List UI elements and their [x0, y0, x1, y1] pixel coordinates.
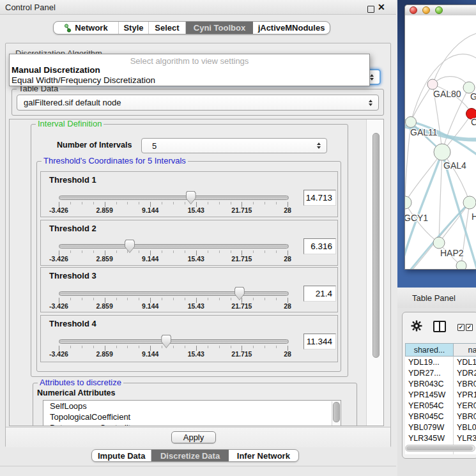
- tab-impute-data[interactable]: Impute Data: [92, 450, 151, 461]
- table-hscrollbar-thumb[interactable]: [406, 446, 473, 450]
- slider-thumb-face: [187, 192, 196, 204]
- column-header-shared[interactable]: shared...: [405, 343, 454, 357]
- tab-style[interactable]: Style: [119, 22, 149, 34]
- tab-network[interactable]: Network: [54, 22, 119, 34]
- slider-tick: [162, 346, 162, 348]
- threshold-value-box[interactable]: 21.4: [303, 286, 336, 302]
- num-intervals-combobox[interactable]: 5: [141, 138, 327, 153]
- column-header-na[interactable]: na: [454, 343, 476, 357]
- list-scrollbar-thumb[interactable]: [333, 402, 340, 422]
- num-intervals-value: 5: [142, 141, 157, 151]
- slider-track[interactable]: [59, 244, 289, 249]
- slider-tick: [93, 250, 94, 253]
- table-row[interactable]: YBL079WYBL0: [405, 422, 476, 433]
- mac-zoom-icon[interactable]: [435, 6, 443, 14]
- threshold-title: Threshold 3: [49, 271, 96, 280]
- dropdown-option-equal-width[interactable]: Equal Width/Frequency Discretization: [12, 75, 155, 85]
- mac-minimize-icon[interactable]: [422, 6, 430, 14]
- checkbox-column-icon[interactable]: ✓: [457, 324, 464, 331]
- table-data-combobox[interactable]: galFiltered.sif default node: [17, 95, 379, 111]
- settings-scrollbar[interactable]: [366, 119, 384, 426]
- list-item[interactable]: SelfLoops: [43, 401, 341, 411]
- table-row[interactable]: YPR145WYPR1: [405, 389, 476, 400]
- dropdown-option-manual[interactable]: Manual Discretization: [12, 65, 100, 75]
- slider-thumb[interactable]: [161, 335, 171, 348]
- threshold-value-box[interactable]: 6.316: [303, 238, 336, 254]
- table-row[interactable]: YER054CYER0: [405, 400, 476, 411]
- tab-label: Style: [123, 23, 143, 33]
- tick-label: 21.715: [231, 302, 252, 310]
- tab-cyni-toolbox[interactable]: Cyni Toolbox: [186, 22, 253, 34]
- slider-tick: [253, 250, 254, 253]
- checkbox-column-icon[interactable]: ✓: [466, 324, 473, 331]
- network-edge[interactable]: [405, 152, 442, 266]
- table-cell: YPR145W: [405, 389, 454, 400]
- slider-tick: [93, 346, 94, 348]
- tab-jactivemnodules[interactable]: jActiveMNodules: [253, 22, 330, 34]
- slider-thumb[interactable]: [186, 191, 196, 204]
- table-panel-header: Table Panel: [397, 288, 476, 309]
- split-view-icon[interactable]: [433, 321, 446, 332]
- slider-tick: [185, 346, 185, 348]
- numerical-attributes-list[interactable]: SelfLoopsTopologicalCoefficientBetweenne…: [43, 400, 341, 426]
- interval-definition-label: Interval Definition: [36, 119, 104, 128]
- list-item[interactable]: BetweennessCentrality: [43, 422, 341, 426]
- network-edge[interactable]: [411, 84, 433, 122]
- table-cell: YBR045C: [405, 411, 454, 422]
- threshold-title: Threshold 4: [49, 319, 96, 328]
- tab-discretize-data[interactable]: Discretize Data: [151, 450, 228, 461]
- tick-label: 2.859: [96, 255, 112, 263]
- network-canvas[interactable]: GAL80GACGAL11GAL4GCY1HHAP2: [405, 15, 476, 269]
- thresholds-group-label: Threshold's Coordinates for 5 Intervals: [42, 157, 188, 165]
- slider-tick: [219, 346, 220, 348]
- tab-label: Cyni Toolbox: [194, 23, 245, 33]
- tab-label: jActiveMNodules: [258, 23, 325, 33]
- apply-button[interactable]: Apply: [171, 431, 216, 443]
- table-row[interactable]: YLR345WYLR3: [405, 433, 476, 443]
- settings-scrollbar-thumb[interactable]: [372, 133, 380, 358]
- table-cell: YDL19...: [405, 357, 454, 367]
- slider-tick: [185, 298, 185, 300]
- tick-label: 21.715: [231, 206, 252, 214]
- slider-tick: [116, 298, 117, 300]
- list-item[interactable]: TopologicalCoefficient: [43, 411, 341, 422]
- network-node[interactable]: [456, 261, 466, 269]
- slider-track[interactable]: [59, 196, 289, 200]
- table-row[interactable]: YDR27...YDR2: [405, 367, 476, 378]
- network-node-label: H: [472, 211, 476, 222]
- threshold-value-box[interactable]: 14.713: [303, 190, 336, 206]
- gear-icon[interactable]: [411, 320, 422, 332]
- slider-thumb-face: [125, 240, 134, 252]
- tick-label: 21.715: [231, 350, 252, 358]
- table-data-value: galFiltered.sif default node: [17, 98, 121, 107]
- slider-tick: [127, 250, 128, 253]
- slider-thumb[interactable]: [125, 240, 135, 253]
- tab-select[interactable]: Select: [149, 22, 186, 34]
- tick-label: 9.144: [142, 206, 158, 214]
- table-row[interactable]: YBR045CYBR0: [405, 411, 476, 422]
- network-node-gal11[interactable]: [406, 117, 417, 128]
- slider-track[interactable]: [59, 291, 289, 296]
- slider-tick: [82, 250, 82, 253]
- table-row[interactable]: YDL19...YDL1: [405, 357, 476, 367]
- slider-thumb[interactable]: [234, 287, 245, 300]
- network-node-h[interactable]: [463, 196, 476, 209]
- table-cell: YBR043C: [405, 378, 454, 389]
- network-edge[interactable]: [405, 152, 442, 203]
- network-node-gcy1[interactable]: [405, 196, 411, 209]
- network-edge[interactable]: [439, 152, 442, 243]
- apply-strip: Apply: [6, 427, 390, 447]
- table-hscrollbar[interactable]: [405, 445, 475, 452]
- list-scrollbar[interactable]: [332, 401, 340, 426]
- slider-track[interactable]: [59, 339, 289, 344]
- threshold-value-box[interactable]: 11.344: [303, 334, 336, 349]
- close-icon[interactable]: ✕: [378, 2, 385, 12]
- network-node-gal4[interactable]: [434, 144, 450, 160]
- network-node-gal80[interactable]: [427, 79, 438, 89]
- float-window-icon[interactable]: [367, 6, 374, 13]
- mac-close-icon[interactable]: [410, 6, 417, 14]
- network-node-hap2[interactable]: [433, 237, 445, 249]
- tab-infer-network[interactable]: Infer Network: [229, 450, 298, 461]
- table-row[interactable]: YBR043CYBR0: [405, 378, 476, 389]
- table-panel-body: ✓ ✓ shared...naYDL19...YDL1YDR27...YDR2Y…: [397, 308, 476, 476]
